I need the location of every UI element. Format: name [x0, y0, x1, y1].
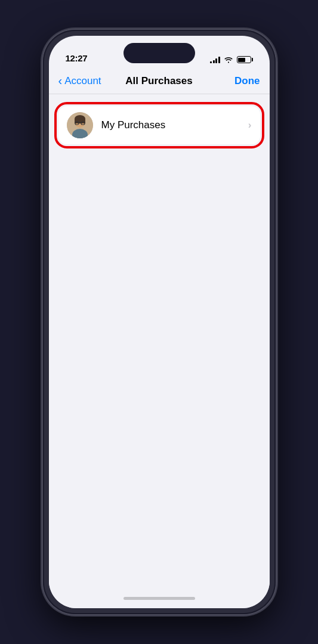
done-button[interactable]: Done: [212, 75, 260, 87]
back-chevron-icon: ‹: [58, 75, 63, 86]
nav-header: ‹ Account All Purchases Done: [49, 68, 270, 94]
battery-icon: [237, 56, 253, 63]
chevron-right-icon: ›: [248, 119, 252, 131]
list-item-label: My Purchases: [101, 119, 248, 131]
back-button[interactable]: ‹ Account: [58, 75, 106, 87]
screen: 12:27: [49, 36, 270, 608]
page-title: All Purchases: [106, 75, 212, 87]
dynamic-island: [124, 43, 195, 63]
content-area: My Purchases ›: [49, 94, 270, 588]
status-icons: [210, 56, 253, 63]
back-label: Account: [64, 75, 101, 87]
status-time: 12:27: [66, 53, 88, 63]
home-bar: [124, 597, 195, 600]
phone-frame: 12:27: [43, 30, 276, 614]
wifi-icon: [224, 56, 233, 63]
list-item[interactable]: My Purchases ›: [58, 106, 260, 144]
home-indicator: [49, 588, 270, 608]
avatar: [67, 112, 93, 138]
signal-icon: [210, 56, 220, 63]
battery-fill: [238, 58, 245, 62]
